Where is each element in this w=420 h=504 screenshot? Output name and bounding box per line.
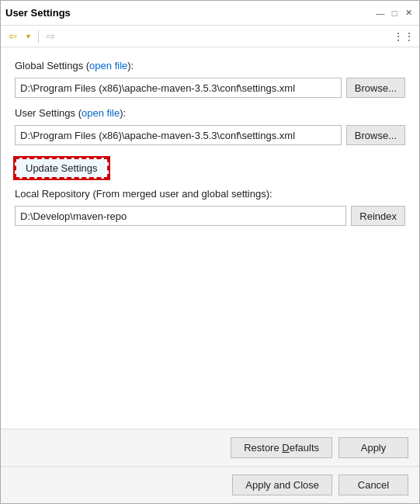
global-settings-link[interactable]: open file	[89, 60, 127, 71]
reindex-button[interactable]: Reindex	[351, 206, 405, 226]
update-settings-button[interactable]: Update Settings	[15, 158, 109, 179]
bottom-bar-lower: Apply and Close Cancel	[1, 466, 419, 503]
global-settings-input-row: Browse...	[15, 78, 405, 98]
title-bar-left: User Settings	[5, 7, 71, 19]
maximize-button[interactable]: □	[388, 7, 401, 19]
cancel-button[interactable]: Cancel	[338, 474, 408, 495]
local-repository-label: Local Repository (From merged user and g…	[15, 188, 405, 200]
bottom-bar-upper: Restore Defaults Apply	[1, 429, 419, 466]
dialog-title: User Settings	[5, 7, 71, 19]
user-settings-label-text: User Settings (	[15, 107, 82, 119]
forward-icon: ⇨	[47, 30, 55, 42]
global-settings-browse-button[interactable]: Browse...	[346, 78, 405, 98]
user-settings-input[interactable]	[15, 125, 342, 145]
forward-button[interactable]: ⇨	[43, 29, 58, 43]
apply-close-button[interactable]: Apply and Close	[232, 474, 332, 495]
restore-defaults-label: Restore Defaults	[244, 442, 319, 454]
back-icon: ⇦	[9, 30, 17, 42]
content-spacer	[15, 235, 405, 416]
back-button[interactable]: ⇦	[5, 29, 20, 43]
apply-button[interactable]: Apply	[338, 437, 408, 458]
user-settings-input-row: Browse...	[15, 125, 405, 145]
close-button[interactable]: ✕	[402, 7, 415, 19]
global-settings-section: Global Settings (open file): Browse...	[15, 60, 405, 98]
update-settings-wrapper: Update Settings	[15, 155, 405, 179]
local-repository-input-row: Reindex	[15, 206, 405, 226]
user-settings-label-end: ):	[120, 107, 126, 119]
user-settings-section: User Settings (open file): Browse...	[15, 107, 405, 145]
minimize-button[interactable]: —	[374, 7, 387, 19]
global-settings-input[interactable]	[15, 78, 342, 98]
more-options-icon[interactable]: ⋮⋮	[393, 30, 415, 43]
title-bar-controls: — □ ✕	[374, 7, 415, 19]
user-settings-dialog: User Settings — □ ✕ ⇦ ▾ ⇨ ⋮⋮ Global Sett…	[0, 0, 420, 504]
global-settings-label: Global Settings (open file):	[15, 60, 405, 71]
main-content: Global Settings (open file): Browse... U…	[1, 47, 419, 429]
toolbar: ⇦ ▾ ⇨ ⋮⋮	[1, 26, 419, 47]
chevron-down-icon: ▾	[26, 32, 30, 40]
local-repository-input[interactable]	[15, 206, 346, 226]
toolbar-separator	[38, 30, 39, 43]
user-settings-label: User Settings (open file):	[15, 107, 405, 119]
global-settings-label-end: ):	[127, 60, 134, 71]
local-repository-section: Local Repository (From merged user and g…	[15, 188, 405, 226]
user-settings-link[interactable]: open file	[82, 107, 120, 119]
global-settings-label-text: Global Settings (	[15, 60, 89, 71]
restore-defaults-button[interactable]: Restore Defaults	[231, 437, 332, 458]
back-dropdown-button[interactable]: ▾	[23, 30, 33, 42]
user-settings-browse-button[interactable]: Browse...	[346, 125, 405, 145]
title-bar: User Settings — □ ✕	[1, 1, 419, 26]
